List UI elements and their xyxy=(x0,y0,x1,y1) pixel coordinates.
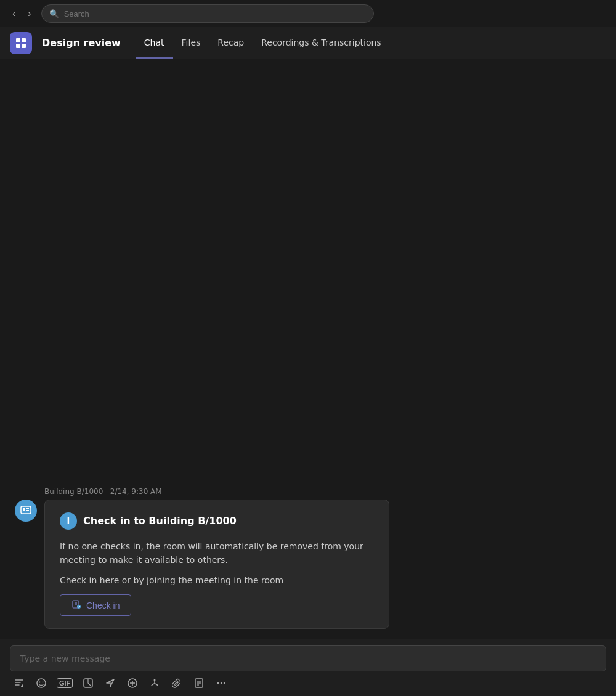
svg-point-11 xyxy=(77,605,81,609)
toolbar-row: GIF xyxy=(10,671,606,692)
card-body: If no one checks in, the room will autom… xyxy=(60,540,374,587)
note-icon[interactable] xyxy=(192,676,206,690)
svg-rect-6 xyxy=(26,508,29,509)
card-body-paragraph-2: Check in here or by joining the meeting … xyxy=(60,573,374,587)
channel-icon xyxy=(10,32,32,54)
send-icon[interactable] xyxy=(103,676,117,690)
svg-rect-5 xyxy=(23,508,25,511)
tab-files[interactable]: Files xyxy=(173,27,209,59)
nav-buttons: ‹ › xyxy=(7,6,36,22)
avatar xyxy=(15,500,37,522)
tab-recordings[interactable]: Recordings & Transcriptions xyxy=(253,27,389,59)
check-in-button[interactable]: Check in xyxy=(60,594,131,616)
svg-point-12 xyxy=(37,679,46,687)
chat-area: Building B/1000 2/14, 9:30 AM i Check in… xyxy=(0,59,616,639)
card-title: Check in to Building B/1000 xyxy=(83,515,237,527)
svg-point-24 xyxy=(217,682,219,684)
svg-rect-4 xyxy=(21,506,31,514)
message-timestamp: 2/14, 9:30 AM xyxy=(110,487,162,496)
top-bar: ‹ › 🔍 xyxy=(0,0,616,27)
nav-forward-button[interactable]: › xyxy=(23,6,36,22)
check-in-label: Check in xyxy=(86,601,120,610)
sticker-icon[interactable] xyxy=(81,676,95,690)
more-icon[interactable] xyxy=(214,676,228,690)
input-area: Type a new message GIF xyxy=(0,639,616,696)
svg-point-19 xyxy=(154,679,156,681)
svg-rect-1 xyxy=(22,38,26,42)
svg-rect-7 xyxy=(26,510,29,511)
attach-icon[interactable] xyxy=(170,676,184,690)
tab-recap[interactable]: Recap xyxy=(209,27,253,59)
format-icon[interactable] xyxy=(12,676,26,690)
svg-point-25 xyxy=(221,682,222,684)
tab-chat[interactable]: Chat xyxy=(136,27,173,59)
message-content: Building B/1000 2/14, 9:30 AM i Check in… xyxy=(44,487,601,629)
audio-icon[interactable] xyxy=(148,676,161,690)
emoji-icon[interactable] xyxy=(34,676,48,690)
search-input[interactable] xyxy=(64,9,366,18)
card-title-row: i Check in to Building B/1000 xyxy=(60,512,374,530)
message-group: Building B/1000 2/14, 9:30 AM i Check in… xyxy=(0,482,616,634)
svg-rect-0 xyxy=(16,38,20,42)
gif-icon[interactable]: GIF xyxy=(57,678,73,688)
message-card: i Check in to Building B/1000 If no one … xyxy=(44,500,389,629)
message-meta: Building B/1000 2/14, 9:30 AM xyxy=(44,487,601,496)
sender-name: Building B/1000 xyxy=(44,487,103,496)
message-input-box[interactable]: Type a new message xyxy=(10,645,606,671)
nav-back-button[interactable]: ‹ xyxy=(7,6,20,22)
channel-name: Design review xyxy=(42,37,121,49)
card-body-paragraph-1: If no one checks in, the room will autom… xyxy=(60,540,374,567)
search-icon: 🔍 xyxy=(49,9,59,18)
tab-bar: Chat Files Recap Recordings & Transcript… xyxy=(136,27,390,59)
svg-point-26 xyxy=(224,682,225,684)
check-in-icon xyxy=(71,599,81,611)
message-input-placeholder: Type a new message xyxy=(20,654,110,663)
svg-rect-3 xyxy=(22,44,26,48)
svg-rect-2 xyxy=(16,44,20,48)
search-bar-container: 🔍 xyxy=(41,4,374,23)
channel-header: Design review Chat Files Recap Recording… xyxy=(0,27,616,59)
svg-point-13 xyxy=(39,682,41,683)
svg-point-14 xyxy=(43,682,44,683)
loop-icon[interactable] xyxy=(126,676,139,690)
info-icon: i xyxy=(60,512,77,530)
